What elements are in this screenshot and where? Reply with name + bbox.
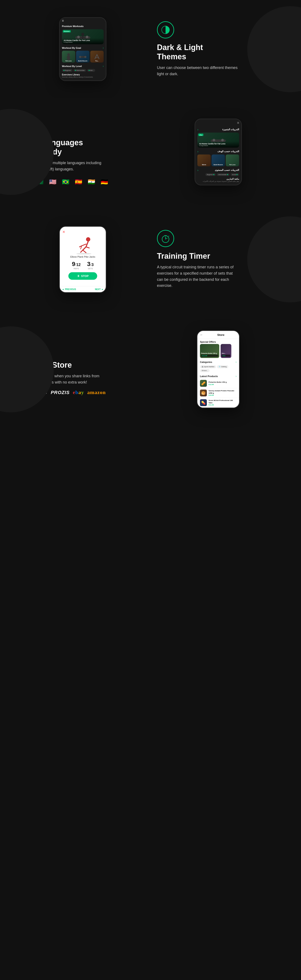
rtl-exercises-section: مكتبة التمارين توفر مكتبة التمارين مجموع… (195, 177, 241, 185)
rtl-muscle-label: Build Muscle (213, 164, 223, 165)
timer-stats-container: 9/12 Reps 3/3 Sets (62, 261, 103, 270)
product2-price: €19.99 (209, 394, 236, 396)
rtl-beginner-tag[interactable]: Beginner (205, 173, 216, 176)
goal-card-muscle[interactable]: Build Muscle (76, 51, 89, 62)
rtl-goal-title: التدريبات حسب الهدف (217, 150, 239, 153)
svg-point-3 (86, 36, 88, 38)
offer-card-1[interactable]: Pistachio Butter 250 g €12.99 (200, 344, 219, 358)
timer-feature-icon (157, 230, 174, 247)
affiliate-store-section: ← Store Special Offers Pistachio Butter … (0, 313, 301, 425)
premium-badge: Premium (63, 30, 71, 32)
ebay-e: e (73, 390, 75, 395)
store-screen-header: ← Store (197, 331, 239, 339)
flag-usa: 🇺🇸 (47, 177, 58, 187)
rtl-featured-card[interactable]: ممتاز At-Home Cardio for Fat Loss 4 Days… (197, 132, 239, 148)
goal-card-fatloss[interactable]: Fat Loss (62, 51, 75, 62)
timer-phone-mockup: ✕ (59, 226, 107, 293)
product-item-3[interactable]: 💊 Xcore BCAA Professional 180 Tabs €11.9… (197, 398, 239, 407)
workout-card-overlay: At-Home Cardio for Fat Loss 4 Days/Week (62, 38, 104, 44)
advanced-label: Adv... (90, 70, 94, 71)
rtl-premium-title: التدريبات المتميزة (222, 128, 239, 131)
prev-nav-btn[interactable]: ◄ PREVIOUS (62, 288, 76, 291)
intermediate-tag[interactable]: Intermediate (73, 69, 86, 72)
level-chevron-icon[interactable]: › (103, 65, 104, 68)
timer-close-icon[interactable]: ✕ (62, 230, 103, 234)
svg-point-16 (221, 139, 224, 142)
svg-point-8 (67, 53, 70, 56)
category-sports[interactable]: ⚽ Sports Nutrition (200, 365, 216, 368)
product3-price: €11.99 (209, 404, 236, 406)
beginner-dot (64, 70, 64, 71)
rtl-fat-label: Fat Loss (229, 164, 236, 165)
store-back-icon[interactable]: ← (200, 333, 203, 336)
product3-name: Xcore BCAA Professional 180 Tabs (209, 399, 236, 404)
amazon-logo: amazon (87, 390, 106, 395)
offer2-price: €11 (222, 355, 230, 357)
categories-title: Categories (200, 361, 212, 363)
timer-screen-content: ✕ (60, 227, 106, 286)
svg-point-4 (81, 33, 84, 36)
training-bg: Tra... (90, 51, 104, 62)
rtl-goal-cards: Worm Build Muscle Fat Loss (195, 154, 241, 167)
fat-loss-bg: Fat Loss (62, 51, 75, 62)
ebay-b: b (75, 390, 78, 395)
rtl-workout-sub: 4 Days/Week (199, 145, 237, 146)
category-accessories[interactable]: ⚙ Acce... (200, 369, 210, 372)
reps-stat: 9/12 Reps (72, 261, 81, 270)
rtl-workout-title: At-Home Cardio for Fat Loss (199, 143, 237, 145)
advanced-tag[interactable]: Adv... (87, 69, 95, 72)
rtl-level-tags: anced Intermediate Beginner (195, 172, 241, 177)
beginner-tag[interactable]: Beginner (62, 69, 72, 72)
rtl-goal-chevron[interactable]: ‹ (197, 150, 198, 153)
exercises-section: Exercises Library Exercise Library offer… (60, 73, 106, 80)
flag-spain: 🇪🇸 (73, 177, 84, 187)
svg-point-2 (77, 36, 80, 38)
prev-arrow-icon: ◄ (62, 288, 64, 291)
sets-total-text: 3 (92, 262, 94, 267)
product3-img: 💊 (200, 399, 207, 406)
featured-workout-card[interactable]: Premium At-Home Cardio for Fat Loss 4 Da… (62, 29, 104, 44)
rtl-level-chevron[interactable]: ‹ (197, 169, 198, 172)
rtl-advanced-tag[interactable]: anced (231, 173, 239, 176)
fatloss-icon (64, 52, 73, 61)
offer2-bg: Xco... €11 (221, 344, 231, 358)
rtl-goal-card-fat[interactable]: Fat Loss (226, 154, 239, 166)
rtl-goal-card-worm[interactable]: Worm (197, 154, 211, 166)
muscle-label: Build Muscle (76, 60, 89, 62)
svg-point-21 (86, 237, 90, 242)
hamburger-icon[interactable]: ☰ (62, 19, 64, 22)
categories-chevron[interactable]: › (236, 361, 236, 364)
next-nav-btn[interactable]: NEXT ► (95, 288, 104, 291)
stop-button[interactable]: ⏸ STOP (68, 272, 97, 280)
offer1-price: €12.99 (201, 355, 218, 357)
special-offers-title: Special Offers (197, 339, 239, 344)
rtl-goal-header: التدريبات حسب الهدف ‹ (195, 148, 241, 154)
category-clothing[interactable]: 👕 Clothing (217, 365, 228, 368)
deco-circle-right (247, 6, 301, 92)
muscle-bg: Build Muscle (76, 51, 89, 62)
categories-container: ⚽ Sports Nutrition 👕 Clothing ⚙ Acce... (197, 364, 239, 374)
offer-card-2[interactable]: Xco... €11 (221, 344, 231, 358)
latest-chevron[interactable]: › (236, 375, 236, 378)
exercises-library-title: Exercises Library (62, 73, 104, 76)
next-arrow-icon: ► (102, 288, 104, 291)
store-phone-container: ← Store Special Offers Pistachio Butter … (157, 330, 279, 408)
rtl-chevron-icon[interactable]: ‹ (197, 128, 198, 131)
pause-icon: ⏸ (77, 274, 80, 278)
rtl-menu-icon[interactable]: ≡ (237, 121, 239, 125)
fatloss-label: Fat Loss (62, 60, 75, 62)
product-item-2[interactable]: 🥞 Savory Instant Protein Pancake 1250 g … (197, 388, 239, 398)
product-item-1[interactable]: 🥜 Pistachio Butter 250 g €12.99 (197, 379, 239, 388)
rtl-goal-card-muscle[interactable]: Build Muscle (212, 154, 225, 166)
workout-card-title: At-Home Cardio for Fat Loss (64, 39, 102, 41)
exercises-library-sub: Exercise Library offers a variety of mov… (62, 76, 104, 78)
special-offers-container: Pistachio Butter 250 g €12.99 Xco... €11 (197, 344, 239, 360)
goal-chevron-icon[interactable]: › (103, 46, 104, 49)
training-label: Tra... (90, 60, 104, 62)
product1-img: 🥜 (200, 380, 207, 387)
goal-card-training[interactable]: Tra... (90, 51, 104, 62)
categories-header: Categories › (197, 360, 239, 364)
rtl-inter-tag[interactable]: Intermediate (217, 173, 229, 176)
premium-workouts-title: Premium Workouts (60, 24, 106, 29)
flag-brazil: 🇧🇷 (60, 177, 71, 187)
